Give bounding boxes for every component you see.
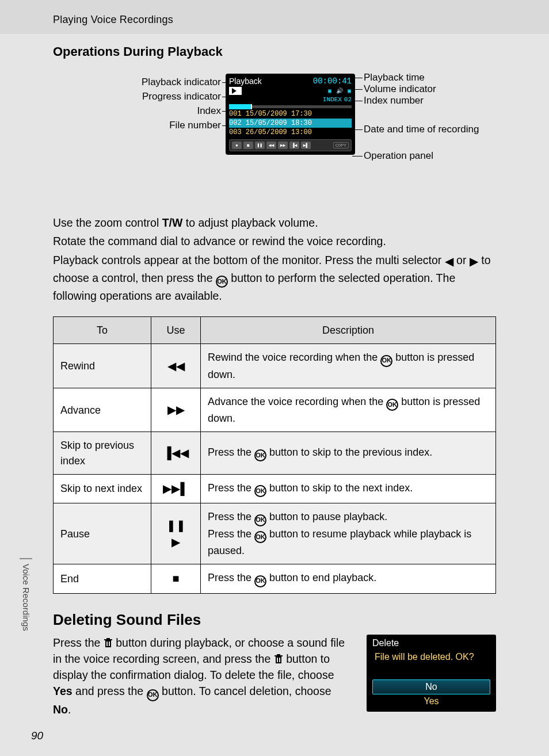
cell-to: Pause <box>54 503 151 564</box>
th-desc: Description <box>201 317 496 344</box>
panel-rec-icon: ● <box>232 142 242 149</box>
label-playback-indicator: Playback indicator <box>142 77 221 88</box>
cell-desc: Rewind the voice recording when the OK b… <box>201 344 496 388</box>
table-row: Skip to next index ▶▶▌ Press the OK butt… <box>54 474 496 503</box>
th-use: Use <box>151 317 201 344</box>
panel-pause-icon: ❚❚ <box>255 142 265 149</box>
label-operation-panel: Operation panel <box>364 150 433 162</box>
dialog-option-yes[interactable]: Yes <box>372 694 490 708</box>
lcd-file-1: 001 15/05/2009 17:30 <box>229 109 352 119</box>
no-text: No <box>53 703 68 716</box>
lcd-file-2: 002 15/05/2009 18:30 <box>229 119 352 128</box>
lcd-title: Playback <box>229 77 262 86</box>
dialog-title: Delete <box>367 638 496 651</box>
ok-icon: OK <box>386 399 398 411</box>
lcd-index-value: 02 <box>344 96 352 103</box>
panel-prev-icon: ▐◀ <box>289 142 299 149</box>
txt: Rotate the command dial to advance or re… <box>53 233 496 249</box>
label-playback-time: Playback time <box>364 72 425 83</box>
section-title-deleting: Deleting Sound Files <box>53 611 496 629</box>
pause-icon: ❚❚ ▶ <box>151 503 201 564</box>
cell-to: Rewind <box>54 344 151 388</box>
label-progress-indicator: Progress indicator <box>142 91 221 102</box>
th-to: To <box>54 317 151 344</box>
ok-icon: OK <box>380 355 392 367</box>
ok-icon: OK <box>216 276 228 288</box>
ok-icon: OK <box>254 449 266 461</box>
ok-icon: OK <box>254 514 266 526</box>
label-date-time: Date and time of recording <box>364 124 479 135</box>
panel-rewind-icon: ◀◀ <box>266 142 276 149</box>
table-row: Skip to previous index ▐◀◀ Press the OK … <box>54 432 496 474</box>
trash-icon <box>274 654 283 664</box>
dialog-message: File will be deleted. OK? <box>367 651 496 679</box>
label-index-number: Index number <box>364 95 424 106</box>
cell-desc: Press the OK button to end playback. <box>201 564 496 593</box>
cell-desc: Press the OK button to skip to the previ… <box>201 432 496 474</box>
cell-desc: Advance the voice recording when the OK … <box>201 388 496 432</box>
operations-table: To Use Description Rewind ◀◀ Rewind the … <box>53 316 496 593</box>
txt: Use the zoom control <box>53 216 162 229</box>
right-arrow-icon: ▶ <box>470 253 478 270</box>
page-number: 90 <box>31 730 43 742</box>
txt: Playback controls appear at the bottom o… <box>53 254 445 266</box>
delete-paragraph: Press the button during playback, or cho… <box>53 635 350 718</box>
ok-icon: OK <box>147 689 159 701</box>
dialog-option-no[interactable]: No <box>372 679 490 694</box>
table-row: End ■ Press the OK button to end playbac… <box>54 564 496 593</box>
lcd-operation-panel: ● ■ ❚❚ ◀◀ ▶▶ ▐◀ ▶▌ COPY <box>229 139 352 151</box>
cell-desc: Press the OK button to skip to the next … <box>201 474 496 503</box>
cell-to: Advance <box>54 388 151 432</box>
ok-icon: OK <box>254 485 266 497</box>
lcd-time: 00:00:41 <box>313 77 352 86</box>
cell-to: Skip to previous index <box>54 432 151 474</box>
skip-prev-icon: ▐◀◀ <box>151 432 201 474</box>
label-volume-indicator: Volume indicator <box>364 83 436 95</box>
tw-label: T/W <box>162 216 183 229</box>
advance-icon: ▶▶ <box>151 388 201 432</box>
ok-icon: OK <box>254 575 266 587</box>
yes-text: Yes <box>53 685 73 697</box>
lcd-file-3: 003 26/05/2009 13:00 <box>229 128 352 137</box>
volume-icons: ▣ 🔊 ▣ <box>328 87 352 94</box>
trash-icon <box>104 638 113 648</box>
label-file-number: File number <box>169 120 221 131</box>
page-header: Playing Voice Recordings <box>0 0 549 34</box>
cell-desc: Press the OK button to pause playback. P… <box>201 503 496 564</box>
side-tab-label: Voice Recordings <box>21 559 31 631</box>
body-text: Use the zoom control T/W to adjust playb… <box>0 215 549 594</box>
lcd-screen: Playback 00:00:41 ▣ 🔊 ▣ INDEX 02 001 15/… <box>226 74 355 155</box>
delete-dialog: Delete File will be deleted. OK? No Yes <box>367 635 496 712</box>
txt: to adjust playback volume. <box>182 216 318 229</box>
panel-fwd-icon: ▶▶ <box>278 142 288 149</box>
stop-icon: ■ <box>151 564 201 593</box>
lcd-progress <box>229 105 352 108</box>
ok-icon: OK <box>254 531 266 543</box>
section-title-operations: Operations During Playback <box>53 44 549 59</box>
panel-copy-label: COPY <box>333 142 349 148</box>
label-index: Index <box>197 105 221 117</box>
left-arrow-icon: ◀ <box>445 253 453 270</box>
playback-diagram: Playback indicator Progress indicator In… <box>53 71 496 203</box>
play-icon <box>229 87 242 95</box>
table-row: Pause ❚❚ ▶ Press the OK button to pause … <box>54 503 496 564</box>
skip-next-icon: ▶▶▌ <box>151 474 201 503</box>
table-row: Advance ▶▶ Advance the voice recording w… <box>54 388 496 432</box>
cell-to: Skip to next index <box>54 474 151 503</box>
table-row: Rewind ◀◀ Rewind the voice recording whe… <box>54 344 496 388</box>
panel-next-icon: ▶▌ <box>301 142 311 149</box>
rewind-icon: ◀◀ <box>151 344 201 388</box>
side-tab: Voice Recordings <box>20 558 32 662</box>
cell-to: End <box>54 564 151 593</box>
lcd-index-label: INDEX <box>323 96 342 103</box>
txt: or <box>453 254 470 266</box>
panel-stop-icon: ■ <box>243 142 253 149</box>
